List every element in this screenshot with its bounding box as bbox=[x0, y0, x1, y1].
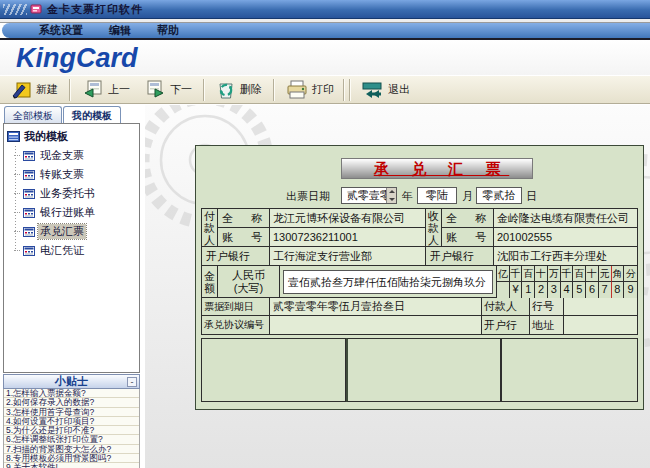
template-icon bbox=[23, 170, 35, 180]
tree-item-label: 承兑汇票 bbox=[38, 224, 86, 239]
titlebar-stripes-decoration bbox=[3, 4, 27, 15]
next-record-icon bbox=[144, 80, 166, 99]
previous-button-label: 上一 bbox=[108, 82, 130, 97]
signature-boxes bbox=[201, 338, 638, 402]
tree-item-label: 转账支票 bbox=[38, 167, 86, 182]
digit-cell[interactable]: 4 bbox=[561, 282, 574, 298]
digit-cell[interactable]: 5 bbox=[573, 282, 586, 298]
issue-day-input[interactable]: 零贰拾 bbox=[476, 187, 522, 204]
next-button-label: 下一 bbox=[170, 82, 192, 97]
opening-bank-label: 开户行 bbox=[482, 316, 530, 334]
amount-section-label: 金额 bbox=[202, 266, 218, 298]
payer-section-label: 付款人 bbox=[202, 209, 218, 247]
main-area: 承 兑 汇 票 出票日期 贰零壹零 年 零陆 月 零贰拾 日 付款人 收款人 全… bbox=[145, 105, 650, 468]
delete-button-label: 删除 bbox=[240, 82, 262, 97]
tree-items: 现金支票 转账支票 业务委托书 银行进账单 承兑汇票 bbox=[14, 146, 139, 260]
exit-button-label: 退出 bbox=[388, 82, 410, 97]
window-title: 金卡支票打印软件 bbox=[47, 2, 143, 17]
tips-collapse-button[interactable]: - bbox=[127, 377, 137, 387]
tree-item-bank-deposit-slip[interactable]: 银行进账单 bbox=[14, 203, 139, 222]
amount-digit-grid: 亿 千 百 十 万 千 百 十 元 角 分 ¥ 1 2 3 4 5 6 7 8 bbox=[497, 266, 637, 298]
payer-name-value[interactable]: 龙江元博环保设备有限公司 bbox=[270, 209, 426, 228]
issue-month-input[interactable]: 零陆 bbox=[417, 187, 457, 204]
tip-link[interactable]: 9.关于本软件! bbox=[4, 463, 139, 468]
print-button-label: 打印 bbox=[312, 82, 334, 97]
currency-line2: (大写) bbox=[234, 282, 263, 295]
digit-cell[interactable]: 2 bbox=[535, 282, 548, 298]
tree-root-label: 我的模板 bbox=[24, 129, 68, 144]
payee-bank-label: 开户银行 bbox=[426, 247, 494, 266]
payer-account-label: 账 号 bbox=[218, 228, 270, 247]
menu-edit[interactable]: 编辑 bbox=[96, 23, 144, 38]
digit-cell[interactable] bbox=[497, 282, 510, 298]
delete-button[interactable]: 删除 bbox=[209, 78, 269, 101]
template-tree: 我的模板 现金支票 转账支票 业务委托书 银行进账单 bbox=[3, 123, 140, 373]
tree-item-wire-transfer-voucher[interactable]: 电汇凭证 bbox=[14, 241, 139, 260]
tree-item-acceptance-draft[interactable]: 承兑汇票 bbox=[14, 222, 139, 241]
tree-item-cash-check[interactable]: 现金支票 bbox=[14, 146, 139, 165]
tree-item-label: 电汇凭证 bbox=[38, 243, 86, 258]
payer-bank-value[interactable]: 工行海淀支行营业部 bbox=[270, 247, 426, 266]
tips-title: 小贴士 bbox=[4, 375, 139, 388]
menu-system-settings[interactable]: 系统设置 bbox=[26, 23, 96, 38]
payee-bank-value[interactable]: 沈阳市工行西丰分理处 bbox=[494, 247, 637, 266]
digit-cell[interactable]: 8 bbox=[612, 282, 625, 298]
tree-item-business-authorization[interactable]: 业务委托书 bbox=[14, 184, 139, 203]
tips-panel: 小贴士 - 1.怎样输入票据金额? 2.如何保存录入的数据? 3.怎样使用首字母… bbox=[3, 374, 140, 468]
tree-item-label: 现金支票 bbox=[38, 148, 86, 163]
issue-year-input[interactable]: 贰零壹零 bbox=[341, 187, 397, 204]
payer-account-value[interactable]: 13007236211001 bbox=[270, 228, 426, 247]
tree-root-my-templates[interactable]: 我的模板 bbox=[7, 127, 139, 146]
tree-connector bbox=[14, 231, 20, 232]
digit-header: 千 bbox=[561, 266, 574, 282]
maturity-date-value[interactable]: 贰零壹零年零伍月壹拾叁日 bbox=[270, 298, 482, 316]
template-tabs: 全部模板 我的模板 bbox=[4, 106, 142, 123]
digit-cell[interactable]: 9 bbox=[624, 282, 637, 298]
new-document-icon bbox=[12, 81, 32, 99]
drawee-bank-payer-label: 付款人 bbox=[482, 298, 530, 316]
digit-cell[interactable]: 6 bbox=[586, 282, 599, 298]
form-title: 承 兑 汇 票 bbox=[341, 158, 533, 179]
previous-button[interactable]: 上一 bbox=[75, 78, 137, 101]
maturity-date-label: 票据到期日 bbox=[202, 298, 270, 316]
payee-section-label: 收款人 bbox=[426, 209, 442, 247]
signature-box-left bbox=[201, 338, 346, 402]
tree-connector bbox=[14, 174, 20, 175]
tree-item-label: 银行进账单 bbox=[38, 205, 97, 220]
tips-header: 小贴士 - bbox=[3, 374, 140, 389]
tab-my-templates[interactable]: 我的模板 bbox=[63, 106, 121, 123]
digit-cell[interactable]: 3 bbox=[548, 282, 561, 298]
digit-header: 分 bbox=[624, 266, 637, 282]
bank-code-value[interactable] bbox=[564, 298, 637, 316]
print-icon bbox=[286, 80, 308, 99]
new-button[interactable]: 新建 bbox=[5, 79, 65, 101]
tree-connector bbox=[14, 212, 20, 213]
toolbar-separator bbox=[343, 79, 345, 101]
tree-connector bbox=[14, 193, 20, 194]
amount-in-words-input[interactable]: 壹佰贰拾叁万肆仟伍佰陆拾柒元捌角玖分 bbox=[283, 270, 493, 294]
acceptance-agreement-value[interactable] bbox=[270, 316, 482, 334]
month-unit-label: 月 bbox=[462, 189, 473, 204]
payer-name-label: 全 称 bbox=[218, 209, 270, 228]
signature-box-middle bbox=[346, 338, 501, 402]
menu-help[interactable]: 帮助 bbox=[144, 23, 192, 38]
next-button[interactable]: 下一 bbox=[137, 78, 199, 101]
digit-cell[interactable]: ¥ bbox=[510, 282, 523, 298]
issue-year-value: 贰零壹零 bbox=[347, 189, 391, 201]
template-icon bbox=[23, 227, 35, 237]
digit-header: 万 bbox=[548, 266, 561, 282]
payee-name-value[interactable]: 金岭隆达电缆有限责任公司 bbox=[494, 209, 637, 228]
issue-date-label: 出票日期 bbox=[286, 189, 330, 204]
template-sidebar: 全部模板 我的模板 我的模板 现金支票 转账支票 bbox=[3, 106, 142, 468]
currency-line1: 人民币 bbox=[232, 269, 265, 282]
tree-item-transfer-check[interactable]: 转账支票 bbox=[14, 165, 139, 184]
draft-table: 付款人 收款人 全 称 龙江元博环保设备有限公司 全 称 金岭隆达电缆有限责任公… bbox=[201, 208, 638, 335]
print-button[interactable]: 打印 bbox=[279, 78, 341, 101]
digit-cell[interactable]: 7 bbox=[599, 282, 612, 298]
payee-account-value[interactable]: 201002555 bbox=[494, 228, 637, 247]
tab-all-templates[interactable]: 全部模板 bbox=[4, 106, 62, 123]
digit-cell[interactable]: 1 bbox=[522, 282, 535, 298]
year-spinner[interactable] bbox=[386, 188, 396, 203]
address-value[interactable] bbox=[564, 316, 637, 334]
exit-button[interactable]: 退出 bbox=[353, 79, 417, 101]
